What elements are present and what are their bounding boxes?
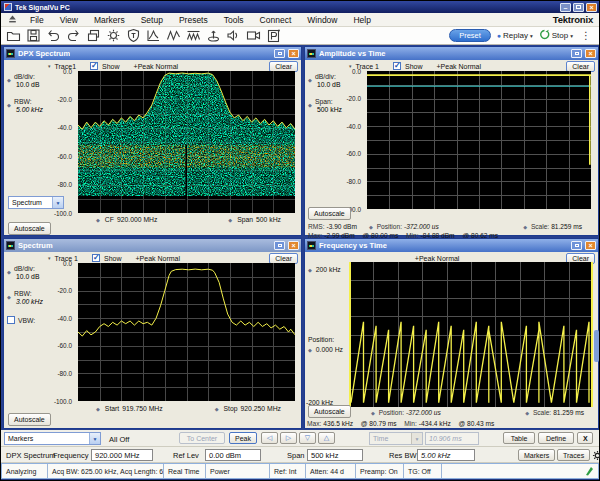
autoscale-button[interactable]: Autoscale xyxy=(308,405,351,418)
trace-selector[interactable]: Trace 1 xyxy=(356,63,379,70)
panel-titlebar[interactable]: Amplitude vs Time × xyxy=(305,47,598,60)
spectrum-display-icon[interactable] xyxy=(145,28,161,44)
trace-caret-icon[interactable]: ▾ xyxy=(48,255,51,261)
markers-button[interactable]: Markers xyxy=(518,449,555,461)
spectrum-plot[interactable] xyxy=(78,263,295,401)
camera-icon[interactable] xyxy=(245,28,261,44)
shield-icon[interactable] xyxy=(125,28,141,44)
cf-value[interactable]: 920.000 MHz xyxy=(117,216,157,223)
minimize-button[interactable]: – xyxy=(560,3,571,12)
close-button[interactable]: × xyxy=(586,3,597,12)
scale-setting[interactable]: ◆ Scale:81.259 ms xyxy=(525,409,590,416)
panel-titlebar[interactable]: DPX Spectrum × xyxy=(4,47,301,60)
ref-level-field[interactable]: 0.00 dBm xyxy=(205,449,261,461)
define-button[interactable]: Define xyxy=(538,432,574,444)
db-div-value[interactable]: 10.0 dB xyxy=(16,81,59,88)
db-div-setting[interactable]: ◆ dB/div: 10.0 dB xyxy=(7,73,59,88)
marker-p-icon[interactable] xyxy=(265,28,281,44)
position-axis-value[interactable]: 0.000 Hz xyxy=(316,346,343,353)
dropdown-arrow-icon[interactable]: ▼ xyxy=(89,433,100,444)
rbw-setting[interactable]: ◆ RBW: 3.00 kHz xyxy=(7,290,59,305)
clear-button[interactable]: Clear xyxy=(566,61,595,72)
marker-right-button[interactable]: ▷ xyxy=(280,432,297,444)
panel-titlebar[interactable]: Frequency vs Time × xyxy=(305,239,598,252)
db-div-value[interactable]: 10.0 dB xyxy=(16,273,59,280)
close-panel-button[interactable]: × xyxy=(585,241,596,250)
position-setting[interactable]: ◆ Position:-372.000 us xyxy=(369,223,445,230)
3d-plot-icon[interactable] xyxy=(205,28,221,44)
menu-connect[interactable]: Connect xyxy=(252,15,300,25)
dpx-spectrum-plot[interactable] xyxy=(78,71,295,213)
db-div-value[interactable]: 10.0 dB xyxy=(317,81,360,88)
restore-button[interactable] xyxy=(274,49,285,58)
markers-dropdown[interactable]: Markers ▼ xyxy=(4,432,101,445)
to-center-button[interactable]: To Center xyxy=(179,432,225,444)
span-setting[interactable]: ◆ Span 500 kHz xyxy=(228,216,281,223)
trace-selector[interactable]: Trace 1 xyxy=(55,255,78,262)
menu-markers[interactable]: Markers xyxy=(86,15,133,25)
show-checkbox[interactable]: ✓ xyxy=(92,254,100,262)
menu-help[interactable]: Help xyxy=(345,15,378,25)
stop-control[interactable]: Stop ▾ xyxy=(539,29,573,42)
pulse-trace-icon[interactable] xyxy=(185,28,201,44)
start-value[interactable]: 919.750 MHz xyxy=(122,405,162,412)
position-axis-setting[interactable]: ◆ 0.000 Hz xyxy=(308,346,343,353)
marker-domain-dropdown[interactable]: Time ▼ xyxy=(369,432,423,445)
db-div-setting[interactable]: ◆ dB/div: 10.0 dB xyxy=(308,73,360,88)
y-axis-top-setting[interactable]: ◆ 200 kHz xyxy=(308,266,341,273)
redo-icon[interactable] xyxy=(65,28,81,44)
speaker-icon[interactable] xyxy=(225,28,241,44)
marker-up-button[interactable]: △ xyxy=(318,432,335,444)
res-bw-field[interactable]: 5.00 kHz xyxy=(417,449,475,461)
menu-file[interactable]: File xyxy=(22,15,52,25)
stop-frequency-setting[interactable]: ◆ Stop 920.250 MHz xyxy=(215,405,281,412)
settings-gear-icon[interactable] xyxy=(592,450,600,463)
restore-button[interactable] xyxy=(571,241,582,250)
span-value[interactable]: 500 kHz xyxy=(256,216,281,223)
close-panel-button[interactable]: × xyxy=(585,49,596,58)
y-top-value[interactable]: 200 kHz xyxy=(316,266,341,273)
frequency-field[interactable]: 920.000 MHz xyxy=(91,449,153,461)
autoscale-button[interactable]: Autoscale xyxy=(8,222,51,235)
position-setting[interactable]: ◆ Position:-372.000 us xyxy=(371,409,447,416)
trace-caret-icon[interactable]: ▾ xyxy=(349,63,352,69)
show-checkbox[interactable]: ✓ xyxy=(90,62,98,70)
menu-window[interactable]: Window xyxy=(299,15,345,25)
center-frequency-setting[interactable]: ◆ CF 920.000 MHz xyxy=(96,216,157,223)
start-frequency-setting[interactable]: ◆ Start 919.750 MHz xyxy=(96,405,163,412)
eject-icon[interactable] xyxy=(7,14,18,25)
more-options-icon[interactable]: ⋮ xyxy=(579,30,593,41)
trace-selector[interactable]: Trace1 xyxy=(55,63,77,70)
stop-caret-icon[interactable]: ▾ xyxy=(570,33,573,39)
menu-setup[interactable]: Setup xyxy=(133,15,171,25)
preset-button[interactable]: Preset xyxy=(449,29,491,42)
close-panel-button[interactable]: × xyxy=(288,241,299,250)
restore-button[interactable] xyxy=(274,241,285,250)
maximize-button[interactable] xyxy=(573,3,584,12)
span-value[interactable]: 500 kHz xyxy=(317,106,360,113)
marker-down-button[interactable]: ▽ xyxy=(299,432,316,444)
span-setting[interactable]: ◆ Span: 500 kHz xyxy=(308,98,360,113)
window-titlebar[interactable]: Tek SignalVu PC – × xyxy=(1,1,599,13)
db-div-setting[interactable]: ◆ dB/div: 10.0 dB xyxy=(7,265,59,280)
rbw-value[interactable]: 5.00 kHz xyxy=(16,106,59,113)
peak-button[interactable]: Peak xyxy=(229,432,257,444)
span-field[interactable]: 500 kHz xyxy=(307,449,363,461)
dropdown-arrow-icon[interactable]: ▼ xyxy=(52,197,63,208)
cascade-windows-icon[interactable] xyxy=(85,28,101,44)
scale-setting[interactable]: ◆ Scale:81.259 ms xyxy=(523,223,588,230)
menu-presets[interactable]: Presets xyxy=(171,15,216,25)
scrollbar-thumb[interactable] xyxy=(594,330,599,362)
undo-icon[interactable] xyxy=(45,28,61,44)
marker-left-button[interactable]: ◁ xyxy=(261,432,278,444)
vbw-checkbox[interactable] xyxy=(7,316,15,324)
autoscale-button[interactable]: Autoscale xyxy=(308,207,351,220)
settings-gear-icon[interactable] xyxy=(105,28,121,44)
open-file-icon[interactable] xyxy=(5,28,21,44)
marker-time-field[interactable]: 10.906 ms xyxy=(425,432,479,445)
frequency-vs-time-plot[interactable] xyxy=(349,262,593,407)
menu-view[interactable]: View xyxy=(52,15,86,25)
table-button[interactable]: Table xyxy=(503,432,535,444)
clear-button[interactable]: Clear xyxy=(269,61,298,72)
rbw-setting[interactable]: ◆ RBW: 5.00 kHz xyxy=(7,98,59,113)
